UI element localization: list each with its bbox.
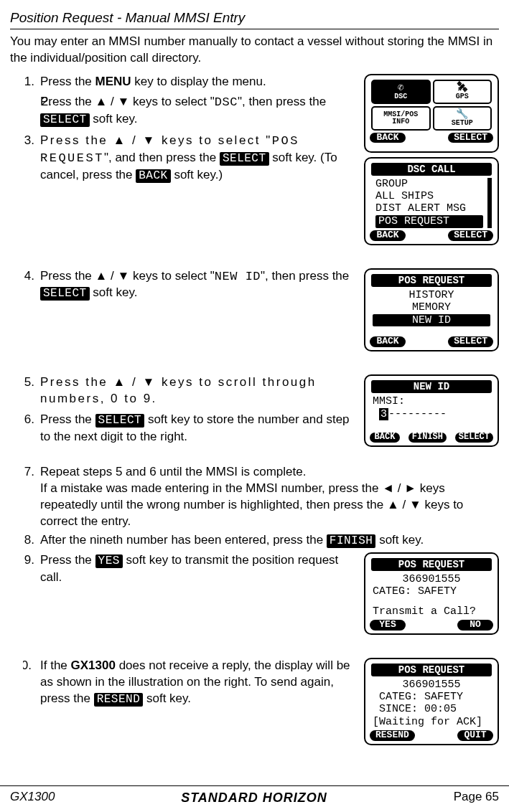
lcd-title: DSC CALL bbox=[371, 163, 492, 176]
text: If a mistake was made entering in the MM… bbox=[40, 481, 463, 528]
screens-col-3: NEW ID MMSI: 3--------- BACK FINISH SELE… bbox=[364, 374, 499, 450]
screens-col-2: POS REQUEST HISTORY MEMORY NEW ID BACK S… bbox=[364, 268, 499, 357]
text: soft key.) bbox=[171, 168, 223, 181]
lcd-new-id-screen: NEW ID MMSI: 3--------- BACK FINISH SELE… bbox=[364, 374, 499, 446]
back-softkey[interactable]: BACK bbox=[370, 133, 406, 143]
instruction-list: ✆ DSC 🛰 GPS MMSI/POS INFO 🔧 SETUP bbox=[23, 74, 499, 755]
text: Press the ▲ / ▼ keys to select " bbox=[40, 133, 272, 147]
list-item-selected[interactable]: NEW ID bbox=[373, 314, 490, 326]
page-footer: GX1300 STANDARD HORIZON Page 65 bbox=[0, 785, 509, 806]
quit-softkey[interactable]: QUIT bbox=[457, 730, 493, 741]
step-4-block: POS REQUEST HISTORY MEMORY NEW ID BACK S… bbox=[23, 268, 499, 362]
select-inline: SELECT bbox=[95, 414, 145, 428]
finish-softkey[interactable]: FINISH bbox=[408, 433, 447, 443]
mmsi-value: 366901555 bbox=[368, 573, 495, 585]
text: ", then press the bbox=[261, 269, 349, 283]
mmsi-entry[interactable]: 3--------- bbox=[368, 408, 495, 420]
yes-softkey[interactable]: YES bbox=[370, 620, 406, 631]
resend-softkey[interactable]: RESEND bbox=[370, 730, 415, 741]
text: Press the ▲ / ▼ keys to select " bbox=[40, 269, 215, 283]
text: Press the bbox=[40, 553, 95, 567]
prompt-line: Transmit a Call? bbox=[368, 605, 495, 618]
phone-icon: ✆ bbox=[398, 82, 403, 93]
text: soft key. bbox=[90, 285, 138, 299]
lcd-title: POS REQUEST bbox=[371, 664, 492, 676]
lcd-title: NEW ID bbox=[371, 380, 492, 393]
footer-brand: STANDARD HORIZON bbox=[181, 789, 327, 806]
back-softkey[interactable]: BACK bbox=[370, 336, 406, 347]
lcd-title: POS REQUEST bbox=[371, 558, 492, 571]
step-number: 6. bbox=[23, 412, 34, 428]
softkey-row: RESEND QUIT bbox=[368, 730, 495, 741]
step-8: 8. After the nineth number has been ente… bbox=[23, 532, 499, 549]
step-number: 4. bbox=[23, 268, 34, 285]
text: Press the ▲ / ▼ keys to scroll through n… bbox=[40, 375, 317, 405]
softkey-row: BACK FINISH SELECT bbox=[368, 433, 495, 443]
satellite-icon: 🛰 bbox=[457, 82, 467, 93]
text: soft key. bbox=[375, 533, 424, 547]
since-line: SINCE: 00:05 bbox=[368, 703, 495, 715]
mmsi-value: 366901555 bbox=[368, 679, 495, 691]
softkey-row: BACK SELECT bbox=[368, 133, 495, 143]
list-item[interactable]: ALL SHIPS bbox=[371, 190, 487, 202]
menu-keyword: MENU bbox=[95, 75, 131, 88]
yes-inline: YES bbox=[95, 554, 123, 568]
lcd-title: POS REQUEST bbox=[371, 274, 492, 287]
text: ", then press the bbox=[238, 95, 326, 108]
select-inline: SELECT bbox=[220, 152, 269, 166]
lcd-pos-request-screen: POS REQUEST HISTORY MEMORY NEW ID BACK S… bbox=[364, 268, 499, 352]
mmsi-label: MMSI: bbox=[368, 395, 495, 407]
list-item[interactable]: DIST ALERT MSG bbox=[371, 202, 487, 214]
text: Press the bbox=[40, 412, 95, 426]
back-softkey[interactable]: BACK bbox=[370, 433, 400, 443]
select-inline: SELECT bbox=[40, 287, 90, 301]
no-softkey[interactable]: NO bbox=[457, 620, 493, 631]
select-softkey[interactable]: SELECT bbox=[448, 230, 493, 241]
text: Press the bbox=[40, 75, 95, 88]
footer-model: GX1300 bbox=[10, 789, 55, 806]
lcd-transmit-screen: POS REQUEST 366901555 CATEG: SAFETY Tran… bbox=[364, 552, 499, 635]
finish-inline: FINISH bbox=[327, 534, 376, 548]
code-text: DSC bbox=[215, 95, 238, 109]
softkey-row: YES NO bbox=[368, 620, 495, 631]
mmsi-dashes: --------- bbox=[388, 408, 447, 420]
step-number: 10. bbox=[23, 658, 32, 674]
text: key to display the menu. bbox=[131, 75, 266, 88]
screens-col-5: POS REQUEST 366901555 CATEG: SAFETY SINC… bbox=[364, 658, 499, 750]
resend-inline: RESEND bbox=[94, 693, 144, 707]
screens-col-4: POS REQUEST 366901555 CATEG: SAFETY Tran… bbox=[364, 552, 499, 639]
select-softkey[interactable]: SELECT bbox=[448, 133, 493, 143]
step-number: 2. bbox=[27, 94, 52, 110]
softkey-row: BACK SELECT bbox=[368, 336, 495, 347]
step-7: 7. Repeat steps 5 and 6 until the MMSI i… bbox=[23, 464, 499, 530]
text: After the nineth number has been entered… bbox=[40, 533, 327, 547]
divider bbox=[10, 29, 499, 29]
code-text: NEW ID bbox=[215, 270, 261, 283]
category-line: CATEG: SAFETY bbox=[368, 585, 495, 598]
footer-page: Page 65 bbox=[454, 789, 499, 806]
list-item[interactable]: MEMORY bbox=[368, 301, 495, 313]
list-item-selected[interactable]: POS REQUEST bbox=[375, 215, 483, 227]
status-line: [Waiting for ACK] bbox=[368, 716, 495, 728]
section-title: Position Request - Manual MMSI Entry bbox=[10, 9, 499, 27]
step-10-block: POS REQUEST 366901555 CATEG: SAFETY SINC… bbox=[23, 658, 499, 755]
step-number: 1. bbox=[23, 74, 34, 90]
back-inline: BACK bbox=[136, 169, 170, 183]
select-softkey[interactable]: SELECT bbox=[448, 336, 493, 347]
select-softkey[interactable]: SELECT bbox=[455, 433, 493, 443]
back-softkey[interactable]: BACK bbox=[370, 230, 406, 241]
step-number: 9. bbox=[23, 552, 34, 569]
list-item[interactable]: GROUP bbox=[371, 178, 487, 190]
softkey-row: BACK SELECT bbox=[368, 230, 495, 241]
category-line: CATEG: SAFETY bbox=[368, 691, 495, 703]
step-2: 2. Press the ▲ / ▼ keys to select "DSC",… bbox=[40, 94, 499, 128]
digit-cursor[interactable]: 3 bbox=[379, 408, 388, 420]
text: Press the ▲ / ▼ keys to select " bbox=[40, 95, 215, 108]
step-5-6-block: NEW ID MMSI: 3--------- BACK FINISH SELE… bbox=[23, 374, 499, 456]
list-item[interactable]: HISTORY bbox=[368, 289, 495, 301]
dsc-list: GROUP ALL SHIPS DIST ALERT MSG POS REQUE… bbox=[371, 178, 492, 228]
model-keyword: GX1300 bbox=[71, 658, 116, 672]
select-inline: SELECT bbox=[40, 113, 90, 127]
step-1-3-block: ✆ DSC 🛰 GPS MMSI/POS INFO 🔧 SETUP bbox=[23, 74, 499, 255]
step-9-block: POS REQUEST 366901555 CATEG: SAFETY Tran… bbox=[23, 552, 499, 645]
